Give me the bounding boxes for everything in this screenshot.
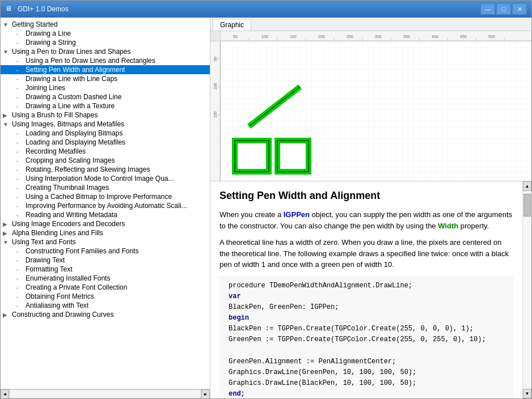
expand-arrow: ▶	[3, 221, 12, 227]
tree-item-label: Drawing a String	[26, 39, 210, 46]
tree-item-improving-perf[interactable]: - Improving Performance by Avoiding Auto…	[1, 201, 210, 210]
code-line-end: end;	[229, 389, 504, 398]
leaf-dash: -	[16, 148, 26, 155]
svg-text:300: 300	[375, 35, 382, 39]
tree-item-getting-started[interactable]: ▼ Getting Started	[1, 20, 210, 29]
leaf-dash: -	[16, 266, 26, 273]
tree-item-label: Improving Performance by Avoiding Automa…	[26, 202, 210, 210]
tree-item-label: Rotating, Reflecting and Skewing Images	[26, 165, 210, 173]
ruler-top: 50 100 150 200 250 300 350 400 450 500	[210, 31, 531, 41]
tree-item-loading-metafiles[interactable]: - Loading and Displaying Metafiles	[1, 138, 210, 147]
tree-item-formatting-text[interactable]: - Formatting Text	[1, 265, 210, 274]
code-line-5: Graphics.DrawLine(GreenPen, 10, 100, 100…	[229, 367, 504, 378]
leaf-dash: -	[16, 257, 26, 264]
tree-item-pen-width-align[interactable]: - Setting Pen Width and Alignment	[1, 65, 210, 74]
svg-rect-34	[280, 143, 306, 169]
tree-item-font-families[interactable]: - Constructing Font Families and Fonts	[1, 247, 210, 256]
tree-item-cached-bitmap[interactable]: - Using a Cached Bitmap to Improve Perfo…	[1, 192, 210, 201]
tree-item-drawing-curves[interactable]: ▶ Constructing and Drawing Curves	[1, 310, 210, 319]
svg-text:100: 100	[261, 35, 268, 39]
content-area: Setting Pen Width and Alignment When you…	[210, 181, 531, 398]
scroll-right-button[interactable]: ►	[201, 389, 210, 398]
main-window: 🖥 GDI+ 1.0 Demos — □ ✕ ▼ Getting Started…	[0, 0, 532, 399]
leaf-dash: -	[16, 58, 26, 64]
tree-item-drawing-line[interactable]: - Drawing a Line	[1, 29, 210, 38]
tree-item-enum-fonts[interactable]: - Enumerating Installed Fonts	[1, 274, 210, 283]
tree-item-images-bitmaps[interactable]: ▼ Using Images, Bitmaps and Metafiles	[1, 120, 210, 129]
code-line-var: var	[229, 291, 504, 302]
tree-item-alpha-blending[interactable]: ▶ Alpha Blending Lines and Fills	[1, 228, 210, 237]
ruler-horizontal: 50 100 150 200 250 300 350 400 450 500	[221, 31, 531, 41]
minimize-button[interactable]: —	[480, 3, 495, 15]
tree-item-using-pen[interactable]: ▼ Using a Pen to Draw Lines and Shapes	[1, 47, 210, 56]
code-line-var-decl: BlackPen, GreenPen: IGPPen;	[229, 302, 504, 313]
scroll-left-button[interactable]: ◄	[1, 389, 9, 398]
leaf-dash: -	[16, 130, 26, 137]
leaf-dash: -	[16, 67, 26, 73]
leaf-dash: -	[16, 158, 26, 164]
ruler-vertical-area: 50 100 150	[210, 41, 531, 181]
svg-text:50: 50	[213, 57, 217, 61]
leaf-dash: -	[16, 285, 26, 291]
leaf-dash: -	[16, 76, 26, 82]
svg-text:150: 150	[290, 35, 297, 39]
tree-item-brush-fill[interactable]: ▶ Using a Brush to Fill Shapes	[1, 111, 210, 120]
svg-text:250: 250	[347, 35, 353, 39]
expand-arrow: ▶	[3, 112, 12, 118]
tree-item-label: Using Image Encoders and Decoders	[12, 220, 210, 228]
content-scroll-down-button[interactable]: ▼	[523, 389, 531, 398]
app-title: GDI+ 1.0 Demos	[18, 5, 480, 13]
graphic-tab[interactable]: Graphic	[213, 19, 251, 31]
tree-item-label: Creating a Private Font Collection	[26, 283, 210, 291]
tree-item-loading-bitmaps[interactable]: - Loading and Displaying Bitmaps	[1, 129, 210, 138]
tree-item-label: Formatting Text	[26, 265, 210, 273]
tree-item-pen-lines-rects[interactable]: - Using a Pen to Draw Lines and Rectangl…	[1, 56, 210, 65]
tree-item-rotating[interactable]: - Rotating, Reflecting and Skewing Image…	[1, 165, 210, 174]
tree-item-label: Using Images, Bitmaps and Metafiles	[12, 120, 210, 128]
expand-arrow: ▼	[3, 239, 12, 245]
tree-item-thumbnail[interactable]: - Creating Thumbnail Images	[1, 183, 210, 192]
tree-item-line-texture[interactable]: - Drawing a Line with a Texture	[1, 101, 210, 111]
tree-item-cropping[interactable]: - Cropping and Scaling Images	[1, 156, 210, 165]
tree-item-interpolation[interactable]: - Using Interpolation Mode to Control Im…	[1, 174, 210, 183]
tree-item-label: Cropping and Scaling Images	[26, 156, 210, 164]
tree-item-recording-metafiles[interactable]: - Recording Metafiles	[1, 147, 210, 156]
expand-arrow: ▼	[3, 121, 12, 128]
tree-item-font-metrics[interactable]: - Obtaining Font Metrics	[1, 292, 210, 301]
tree-item-custom-dashed[interactable]: - Drawing a Custom Dashed Line	[1, 92, 210, 101]
leaf-dash: -	[16, 167, 26, 173]
content-scroll-thumb[interactable]	[523, 194, 531, 217]
svg-text:400: 400	[432, 35, 438, 39]
tree-view[interactable]: ▼ Getting Started - Drawing a Line - Dra…	[1, 18, 210, 389]
content-scroll-up-button[interactable]: ▲	[523, 181, 531, 191]
tree-item-text-fonts[interactable]: ▼ Using Text and Fonts	[1, 237, 210, 247]
leaf-dash: -	[16, 94, 26, 100]
ruler-corner	[210, 31, 221, 41]
leaf-dash: -	[16, 31, 26, 37]
tree-item-label: Using a Brush to Fill Shapes	[12, 111, 210, 119]
expand-arrow: ▶	[3, 312, 12, 318]
leaf-dash: -	[16, 103, 26, 109]
content-para-1: When you create a IGPPen object, you can…	[219, 209, 513, 231]
tree-item-label: Alpha Blending Lines and Fills	[12, 229, 210, 237]
tree-item-drawing-string[interactable]: - Drawing a String	[1, 38, 210, 47]
tree-item-label: Loading and Displaying Bitmaps	[26, 129, 210, 137]
expand-arrow: ▼	[3, 49, 12, 55]
tree-item-line-caps[interactable]: - Drawing a Line with Line Caps	[1, 74, 210, 83]
svg-text:350: 350	[403, 35, 410, 39]
maximize-button[interactable]: □	[496, 3, 511, 15]
tree-item-drawing-text[interactable]: - Drawing Text	[1, 256, 210, 265]
sidebar-hscrollbar: ◄ ►	[1, 389, 210, 398]
tree-item-image-encoders[interactable]: ▶ Using Image Encoders and Decoders	[1, 219, 210, 228]
close-button[interactable]: ✕	[512, 3, 527, 15]
tree-item-antialiasing[interactable]: - Antialiasing with Text	[1, 301, 210, 310]
tree-item-joining-lines[interactable]: - Joining Lines	[1, 83, 210, 92]
tree-item-label: Obtaining Font Metrics	[26, 292, 210, 300]
tree-item-reading-metadata[interactable]: - Reading and Writing Metadata	[1, 210, 210, 219]
app-icon: 🖥	[5, 5, 14, 14]
leaf-dash: -	[16, 248, 26, 254]
leaf-dash: -	[16, 176, 26, 182]
leaf-dash: -	[16, 212, 26, 218]
tree-item-private-font[interactable]: - Creating a Private Font Collection	[1, 283, 210, 292]
tree-item-label: Antialiasing with Text	[26, 302, 210, 309]
